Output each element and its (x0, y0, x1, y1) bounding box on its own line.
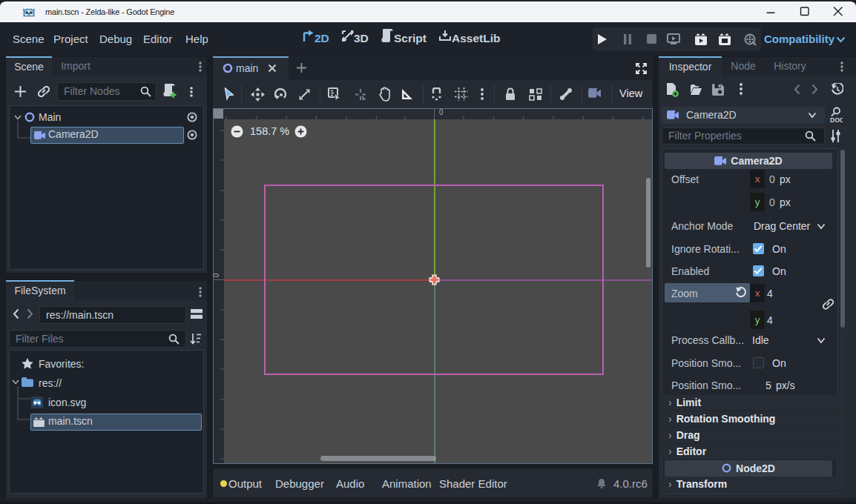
svg-text:DOC: DOC (830, 116, 843, 124)
